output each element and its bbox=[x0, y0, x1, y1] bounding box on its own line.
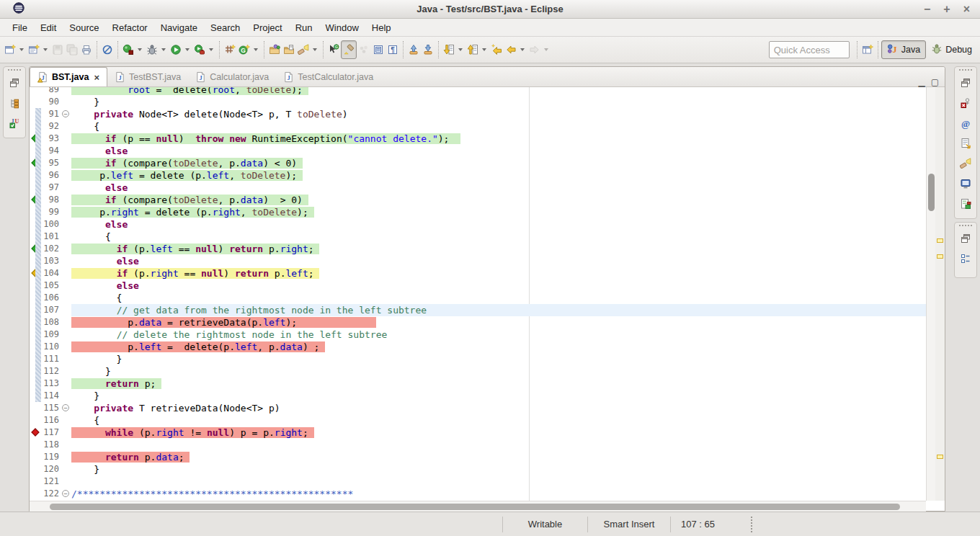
back-button[interactable] bbox=[504, 40, 518, 59]
restore-views-button[interactable] bbox=[6, 76, 22, 92]
code-text[interactable]: p.right = delete (p.right, toDelete); bbox=[71, 206, 926, 218]
menu-item-refactor[interactable]: Refactor bbox=[106, 20, 154, 35]
code-line[interactable]: 93 if (p == null) throw new RuntimeExcep… bbox=[30, 133, 926, 145]
fold-collapse-icon[interactable]: − bbox=[62, 404, 69, 411]
fold-gutter-cell[interactable] bbox=[61, 255, 71, 267]
javadoc-view-button[interactable]: @ bbox=[958, 117, 974, 133]
fold-gutter-cell[interactable] bbox=[61, 463, 71, 475]
code-line[interactable]: 94 else bbox=[30, 145, 926, 157]
code-text[interactable]: else bbox=[71, 280, 926, 292]
line-number[interactable]: 91 bbox=[43, 108, 61, 120]
outline-view-button[interactable] bbox=[958, 252, 974, 268]
line-number[interactable]: 105 bbox=[43, 280, 61, 292]
new-class-wizard-dropdown[interactable] bbox=[254, 48, 258, 51]
minimize-editor-icon[interactable]: ▁ bbox=[918, 78, 925, 86]
line-number[interactable]: 119 bbox=[43, 451, 61, 463]
line-number[interactable]: 102 bbox=[43, 243, 61, 255]
code-line[interactable]: 90 } bbox=[30, 96, 926, 108]
fold-gutter-cell[interactable] bbox=[61, 353, 71, 365]
code-line[interactable]: 101 { bbox=[30, 231, 926, 243]
annotation-gutter-cell[interactable] bbox=[30, 96, 43, 108]
fold-gutter-cell[interactable] bbox=[61, 365, 71, 378]
menu-item-source[interactable]: Source bbox=[63, 20, 105, 35]
code-line[interactable]: 116 { bbox=[30, 414, 926, 426]
code-text[interactable]: } bbox=[71, 463, 926, 475]
code-line[interactable]: 108 p.data = retrieveData(p.left); bbox=[30, 316, 926, 329]
fold-gutter-cell[interactable] bbox=[61, 145, 71, 157]
line-number[interactable]: 95 bbox=[43, 157, 61, 169]
code-text[interactable]: root = delete(root, toDelete); bbox=[71, 87, 926, 96]
code-text[interactable]: p.left = delete(p.left, p.data) ; bbox=[71, 341, 926, 353]
code-text[interactable] bbox=[71, 439, 926, 451]
declaration-view-button[interactable] bbox=[958, 137, 974, 153]
code-line[interactable]: 104 if (p.right == null) return p.left; bbox=[30, 267, 926, 280]
line-number[interactable]: 99 bbox=[43, 206, 61, 218]
code-line[interactable]: 114 } bbox=[30, 390, 926, 402]
skip-all-breakpoints-button[interactable] bbox=[100, 40, 115, 59]
code-text[interactable]: { bbox=[71, 120, 926, 133]
annotation-gutter-cell[interactable] bbox=[30, 488, 43, 500]
fold-gutter-cell[interactable] bbox=[61, 157, 71, 169]
line-number[interactable]: 100 bbox=[43, 218, 61, 231]
next-member-button[interactable] bbox=[421, 40, 435, 59]
line-number[interactable]: 90 bbox=[43, 96, 61, 108]
run-external-tools-dropdown[interactable] bbox=[209, 48, 213, 51]
code-text[interactable]: else bbox=[71, 218, 926, 231]
line-number[interactable]: 112 bbox=[43, 365, 61, 378]
code-line[interactable]: 92 { bbox=[30, 120, 926, 133]
status-bar-handle[interactable] bbox=[751, 517, 752, 532]
fold-gutter-cell[interactable] bbox=[61, 243, 71, 255]
coverage-view-button[interactable] bbox=[958, 197, 974, 213]
fold-gutter-cell[interactable] bbox=[61, 426, 71, 439]
annotation-gutter-cell[interactable] bbox=[30, 87, 43, 96]
code-line[interactable]: 122−/***********************************… bbox=[30, 488, 926, 500]
fold-gutter-cell[interactable] bbox=[61, 182, 71, 194]
code-text[interactable]: { bbox=[71, 414, 926, 426]
horizontal-scrollbar-thumb[interactable] bbox=[50, 504, 900, 510]
menu-item-search[interactable]: Search bbox=[204, 20, 246, 35]
code-text[interactable]: if (compare(toDelete, p.data) > 0) bbox=[71, 194, 926, 206]
code-text[interactable]: if (p.right == null) return p.left; bbox=[71, 267, 926, 280]
fold-gutter-cell[interactable] bbox=[61, 194, 71, 206]
line-number[interactable]: 92 bbox=[43, 120, 61, 133]
line-number[interactable]: 118 bbox=[43, 439, 61, 451]
line-number[interactable]: 109 bbox=[43, 329, 61, 341]
maximize-editor-icon[interactable]: ▢ bbox=[931, 78, 939, 86]
fold-gutter-cell[interactable] bbox=[61, 414, 71, 426]
window-minimize-button[interactable]: − bbox=[924, 0, 930, 19]
line-number[interactable]: 98 bbox=[43, 194, 61, 206]
line-number[interactable]: 104 bbox=[43, 267, 61, 280]
line-number[interactable]: 93 bbox=[43, 133, 61, 145]
perspective-debug-button[interactable]: Debug bbox=[926, 40, 977, 59]
annotation-gutter-cell[interactable] bbox=[30, 426, 43, 439]
run-external-tools-button[interactable] bbox=[192, 40, 207, 59]
mark-occurrences-button[interactable] bbox=[341, 40, 357, 59]
fold-gutter-cell[interactable] bbox=[61, 87, 71, 96]
line-number[interactable]: 115 bbox=[43, 402, 61, 414]
menu-item-project[interactable]: Project bbox=[246, 20, 288, 35]
line-number[interactable]: 114 bbox=[43, 390, 61, 402]
code-line[interactable]: 109 // delete the rightmost node in the … bbox=[30, 329, 926, 341]
fold-gutter-cell[interactable]: − bbox=[61, 108, 71, 120]
new-java-project-button[interactable] bbox=[223, 40, 237, 59]
line-number[interactable]: 101 bbox=[43, 231, 61, 243]
code-line[interactable]: 113 return p; bbox=[30, 378, 926, 390]
code-line[interactable]: 111 } bbox=[30, 353, 926, 365]
code-text[interactable]: p.left = delete (p.left, toDelete); bbox=[71, 169, 926, 182]
code-line[interactable]: 103 else bbox=[30, 255, 926, 267]
fastbar-grip[interactable] bbox=[8, 69, 21, 71]
fold-collapse-icon[interactable]: − bbox=[62, 490, 69, 497]
search-button[interactable] bbox=[296, 40, 311, 59]
code-text[interactable]: while (p.right != null) p = p.right; bbox=[71, 426, 926, 439]
fold-gutter-cell[interactable] bbox=[61, 475, 71, 488]
fold-gutter-cell[interactable]: − bbox=[61, 402, 71, 414]
line-number[interactable]: 107 bbox=[43, 304, 61, 316]
code-text[interactable]: if (compare(toDelete, p.data) < 0) bbox=[71, 157, 926, 169]
fold-gutter-cell[interactable] bbox=[61, 304, 71, 316]
annotation-gutter-cell[interactable] bbox=[30, 439, 43, 451]
code-line[interactable]: 120 } bbox=[30, 463, 926, 475]
line-number[interactable]: 120 bbox=[43, 463, 61, 475]
last-edit-location-button[interactable] bbox=[489, 40, 504, 59]
fold-gutter-cell[interactable]: − bbox=[61, 488, 71, 500]
search-dropdown[interactable] bbox=[313, 48, 317, 51]
